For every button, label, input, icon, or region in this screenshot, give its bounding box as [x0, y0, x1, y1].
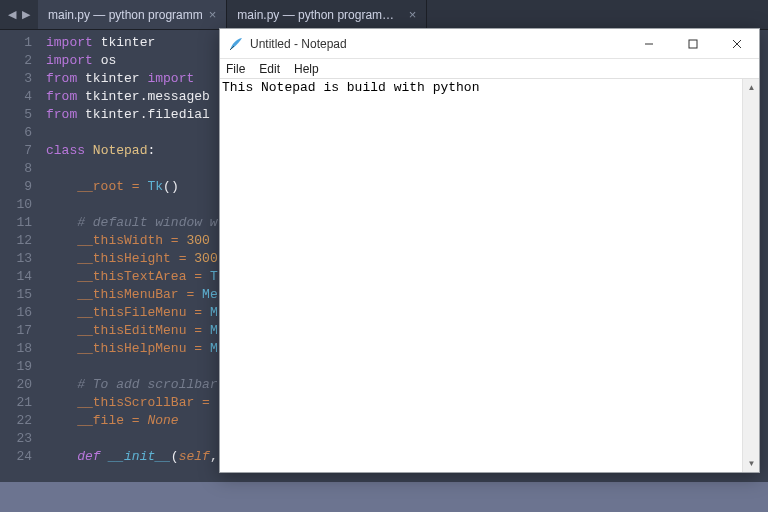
line-number: 17 [6, 322, 32, 340]
attr: __thisTextArea [77, 269, 186, 284]
editor-tab-1[interactable]: main.py — python programm\MarioPygame-@c… [227, 0, 427, 29]
op: = [194, 341, 202, 356]
param: self [179, 449, 210, 464]
close-button[interactable] [715, 29, 759, 59]
op: = [202, 395, 210, 410]
identifier: tkinter.messageb [85, 89, 210, 104]
editor-status-bar [0, 482, 768, 512]
scroll-up-icon[interactable]: ▲ [743, 79, 760, 96]
attr: __thisMenuBar [77, 287, 178, 302]
notepad-textarea[interactable]: This Notepad is build with python [220, 79, 742, 472]
keyword: from [46, 89, 77, 104]
op: = [194, 305, 202, 320]
fn: Me [202, 287, 218, 302]
tab-nav-arrows: ◀ ▶ [0, 0, 38, 29]
line-number: 2 [6, 52, 32, 70]
op: = [194, 269, 202, 284]
op: = [132, 413, 140, 428]
keyword-none: None [147, 413, 178, 428]
line-number: 15 [6, 286, 32, 304]
line-number: 11 [6, 214, 32, 232]
attr: __thisEditMenu [77, 323, 186, 338]
line-number: 19 [6, 358, 32, 376]
keyword: import [147, 71, 194, 86]
identifier: tkinter.filedial [85, 107, 210, 122]
line-number: 9 [6, 178, 32, 196]
attr: __thisFileMenu [77, 305, 186, 320]
line-number: 13 [6, 250, 32, 268]
punct: , [210, 449, 218, 464]
close-icon[interactable]: × [409, 7, 417, 22]
minimize-button[interactable] [627, 29, 671, 59]
menu-edit[interactable]: Edit [259, 62, 280, 76]
line-number: 3 [6, 70, 32, 88]
line-number: 23 [6, 430, 32, 448]
line-number: 16 [6, 304, 32, 322]
line-number: 10 [6, 196, 32, 214]
line-number: 20 [6, 376, 32, 394]
attr: __thisHeight [77, 251, 171, 266]
tab-next-icon[interactable]: ▶ [20, 8, 32, 21]
close-icon[interactable]: × [209, 7, 217, 22]
line-number: 21 [6, 394, 32, 412]
comment: # default window w [77, 215, 217, 230]
tab-prev-icon[interactable]: ◀ [6, 8, 18, 21]
attr: __thisScrollBar [77, 395, 194, 410]
keyword: class [46, 143, 85, 158]
op: = [186, 287, 194, 302]
line-number: 6 [6, 124, 32, 142]
fn: M [210, 341, 218, 356]
notepad-titlebar[interactable]: Untitled - Notepad [220, 29, 759, 59]
line-number: 1 [6, 34, 32, 52]
number: 300 [186, 233, 209, 248]
fn: M [210, 305, 218, 320]
maximize-button[interactable] [671, 29, 715, 59]
feather-icon [228, 36, 244, 52]
menu-help[interactable]: Help [294, 62, 319, 76]
attr: __root [77, 179, 124, 194]
line-number: 24 [6, 448, 32, 466]
editor-tab-label: main.py — python programm [48, 8, 203, 22]
line-number: 7 [6, 142, 32, 160]
notepad-body: This Notepad is build with python ▲ ▼ [220, 79, 759, 472]
line-number-gutter: 1 2 3 4 5 6 7 8 9 10 11 12 13 14 15 16 1… [0, 30, 40, 482]
keyword: def [77, 449, 100, 464]
keyword: import [46, 35, 93, 50]
identifier: tkinter [101, 35, 156, 50]
op: = [179, 251, 187, 266]
identifier: os [101, 53, 117, 68]
attr: __thisWidth [77, 233, 163, 248]
notepad-window: Untitled - Notepad File Edit Help This N… [219, 28, 760, 473]
scroll-down-icon[interactable]: ▼ [743, 455, 760, 472]
menu-file[interactable]: File [226, 62, 245, 76]
window-controls [627, 29, 759, 59]
op: = [132, 179, 140, 194]
line-number: 14 [6, 268, 32, 286]
line-number: 8 [6, 160, 32, 178]
attr: __thisHelpMenu [77, 341, 186, 356]
editor-tab-label: main.py — python programm\MarioPygame-@c… [237, 8, 402, 22]
identifier: tkinter [85, 71, 140, 86]
punct: () [163, 179, 179, 194]
scrollbar[interactable]: ▲ ▼ [742, 79, 759, 472]
comment: # To add scrollbar [77, 377, 217, 392]
attr: __file [77, 413, 124, 428]
editor-tabs-bar: ◀ ▶ main.py — python programm × main.py … [0, 0, 768, 30]
notepad-menubar: File Edit Help [220, 59, 759, 79]
classname: Notepad [93, 143, 148, 158]
editor-tab-0[interactable]: main.py — python programm × [38, 0, 227, 29]
fn: Tk [147, 179, 163, 194]
number: 300 [194, 251, 217, 266]
line-number: 5 [6, 106, 32, 124]
keyword: from [46, 107, 77, 122]
punct: : [147, 143, 155, 158]
line-number: 12 [6, 232, 32, 250]
fn: M [210, 323, 218, 338]
line-number: 18 [6, 340, 32, 358]
fn: T [210, 269, 218, 284]
svg-rect-1 [689, 40, 697, 48]
op: = [194, 323, 202, 338]
line-number: 4 [6, 88, 32, 106]
keyword: import [46, 53, 93, 68]
punct: ( [171, 449, 179, 464]
